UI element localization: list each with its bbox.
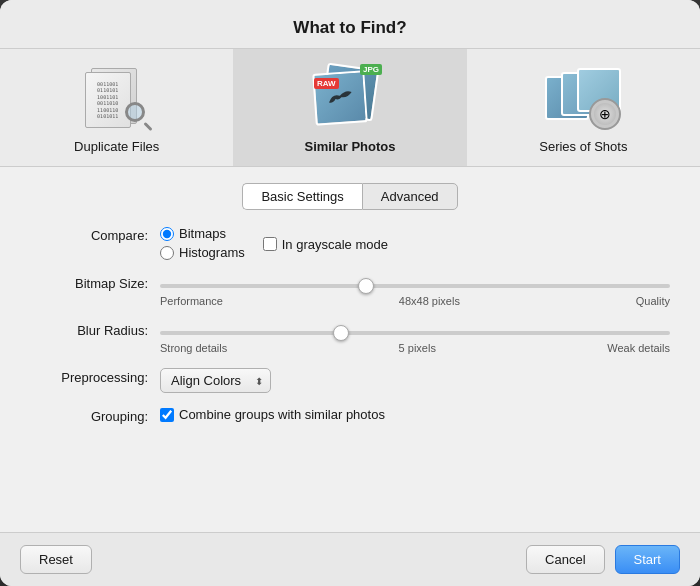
bitmap-size-label: Bitmap Size: bbox=[30, 274, 160, 291]
tab-advanced[interactable]: Advanced bbox=[362, 183, 458, 210]
blur-strong-label: Strong details bbox=[160, 342, 227, 354]
bitmap-size-slider-wrap bbox=[160, 274, 670, 292]
dialog-title: What to Find? bbox=[0, 0, 700, 49]
similar-photos-icon: JPG RAW bbox=[310, 63, 390, 133]
bitmap-size-slider[interactable] bbox=[160, 284, 670, 288]
preprocessing-select[interactable]: Align Colors None Normalize bbox=[160, 368, 271, 393]
type-duplicate-files-label: Duplicate Files bbox=[74, 139, 159, 154]
grouping-checkbox[interactable] bbox=[160, 408, 174, 422]
type-series-of-shots-label: Series of Shots bbox=[539, 139, 627, 154]
radio-histograms-label: Histograms bbox=[179, 245, 245, 260]
preprocessing-select-wrap: Align Colors None Normalize ⬍ bbox=[160, 368, 271, 393]
compare-content: Bitmaps Histograms In grayscale mode bbox=[160, 226, 670, 260]
type-similar-photos[interactable]: JPG RAW Similar Photos bbox=[233, 49, 466, 166]
grouping-row: Grouping: Combine groups with similar ph… bbox=[30, 407, 670, 424]
tabs: Basic Settings Advanced bbox=[30, 183, 670, 210]
grouping-option[interactable]: Combine groups with similar photos bbox=[160, 407, 670, 422]
bitmap-pixels-label: 48x48 pixels bbox=[399, 295, 460, 307]
preprocessing-content: Align Colors None Normalize ⬍ bbox=[160, 368, 670, 393]
blur-radius-slider[interactable] bbox=[160, 331, 670, 335]
radio-histograms-input[interactable] bbox=[160, 246, 174, 260]
type-selector: 0011001011010110011010011010110011001010… bbox=[0, 49, 700, 167]
bitmap-size-row: Bitmap Size: Performance 48x48 pixels Qu… bbox=[30, 274, 670, 307]
footer-left: Reset bbox=[20, 545, 92, 574]
bitmap-performance-label: Performance bbox=[160, 295, 223, 307]
compare-label: Compare: bbox=[30, 226, 160, 243]
radio-bitmaps-input[interactable] bbox=[160, 227, 174, 241]
cancel-button[interactable]: Cancel bbox=[526, 545, 604, 574]
start-button[interactable]: Start bbox=[615, 545, 680, 574]
grayscale-checkbox[interactable] bbox=[263, 237, 277, 251]
preprocessing-row: Preprocessing: Align Colors None Normali… bbox=[30, 368, 670, 393]
blur-radius-labels: Strong details 5 pixels Weak details bbox=[160, 342, 670, 354]
bitmap-quality-label: Quality bbox=[636, 295, 670, 307]
footer-right: Cancel Start bbox=[526, 545, 680, 574]
blur-radius-slider-wrap bbox=[160, 321, 670, 339]
footer: Reset Cancel Start bbox=[0, 532, 700, 586]
duplicate-files-icon: 0011001011010110011010011010110011001010… bbox=[77, 63, 157, 133]
reset-button[interactable]: Reset bbox=[20, 545, 92, 574]
blur-radius-row: Blur Radius: Strong details 5 pixels Wea… bbox=[30, 321, 670, 354]
radio-bitmaps[interactable]: Bitmaps bbox=[160, 226, 245, 241]
preprocessing-label: Preprocessing: bbox=[30, 368, 160, 385]
radio-histograms[interactable]: Histograms bbox=[160, 245, 245, 260]
grouping-content: Combine groups with similar photos bbox=[160, 407, 670, 422]
blur-pixels-label: 5 pixels bbox=[399, 342, 436, 354]
blur-weak-label: Weak details bbox=[607, 342, 670, 354]
what-to-find-dialog: What to Find? 00110010110101100110100110… bbox=[0, 0, 700, 586]
compare-options: Bitmaps Histograms In grayscale mode bbox=[160, 226, 670, 260]
type-similar-photos-label: Similar Photos bbox=[304, 139, 395, 154]
blur-radius-label: Blur Radius: bbox=[30, 321, 160, 338]
grouping-check-label: Combine groups with similar photos bbox=[179, 407, 385, 422]
settings-content: Basic Settings Advanced Compare: Bitmaps… bbox=[0, 167, 700, 532]
type-series-of-shots[interactable]: ⊕ Series of Shots bbox=[467, 49, 700, 166]
grayscale-option[interactable]: In grayscale mode bbox=[263, 237, 388, 252]
type-duplicate-files[interactable]: 0011001011010110011010011010110011001010… bbox=[0, 49, 233, 166]
series-of-shots-icon: ⊕ bbox=[543, 63, 623, 133]
compare-radio-group: Bitmaps Histograms bbox=[160, 226, 245, 260]
bitmap-size-content: Performance 48x48 pixels Quality bbox=[160, 274, 670, 307]
compare-row: Compare: Bitmaps Histograms bbox=[30, 226, 670, 260]
blur-radius-content: Strong details 5 pixels Weak details bbox=[160, 321, 670, 354]
tab-basic-settings[interactable]: Basic Settings bbox=[242, 183, 361, 210]
radio-bitmaps-label: Bitmaps bbox=[179, 226, 226, 241]
bitmap-size-labels: Performance 48x48 pixels Quality bbox=[160, 295, 670, 307]
grouping-label: Grouping: bbox=[30, 407, 160, 424]
grayscale-label: In grayscale mode bbox=[282, 237, 388, 252]
